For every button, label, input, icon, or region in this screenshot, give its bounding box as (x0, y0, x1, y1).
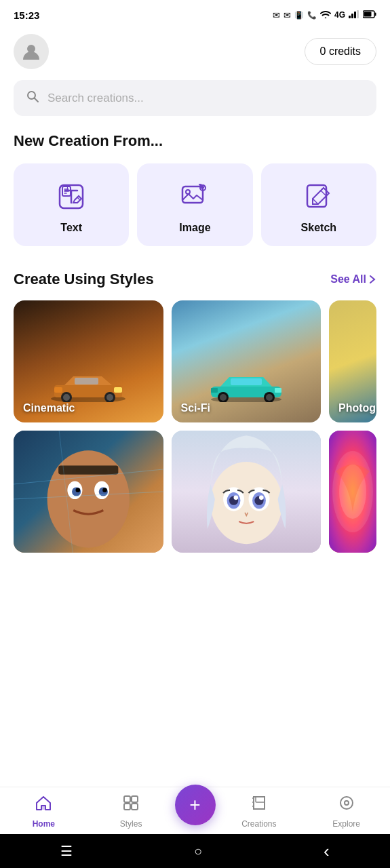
plus-icon: + (189, 795, 200, 814)
svg-point-37 (220, 394, 227, 401)
fab-create-button[interactable]: + (175, 785, 216, 825)
svg-rect-69 (124, 796, 130, 802)
explore-nav-label: Explore (332, 819, 360, 829)
svg-point-74 (340, 797, 353, 809)
creation-cards: T Text Image (0, 163, 390, 271)
style-card-cinematic[interactable]: Cinematic (14, 300, 163, 422)
styles-row-1: Cinematic Sci-Fi (14, 300, 376, 422)
cinematic-label: Cinematic (23, 402, 75, 414)
svg-rect-68 (41, 806, 45, 810)
style-card-photographic[interactable]: Photog... (329, 300, 376, 422)
see-all-button[interactable]: See All (330, 273, 376, 285)
svg-point-39 (266, 394, 273, 401)
style-card-comic[interactable] (14, 431, 163, 553)
svg-rect-3 (357, 10, 359, 18)
new-creation-section: New Creation From... T Text (0, 132, 390, 271)
svg-rect-70 (132, 796, 138, 802)
home-system-button[interactable]: ○ (194, 844, 202, 859)
styles-section-title: Create Using Styles (14, 271, 154, 288)
battery-icon (363, 10, 376, 20)
svg-line-9 (35, 98, 39, 102)
search-container: Search creations... (0, 80, 390, 132)
email-icon-2: ✉ (284, 10, 291, 20)
explore-icon (338, 794, 355, 816)
nav-styles[interactable]: Styles (87, 794, 175, 829)
email-icon-1: ✉ (273, 10, 280, 20)
home-icon (35, 794, 52, 816)
menu-button[interactable]: ☰ (60, 843, 73, 859)
svg-rect-0 (349, 16, 351, 18)
search-bar[interactable]: Search creations... (14, 80, 376, 116)
svg-rect-5 (364, 12, 372, 16)
nav-creations[interactable]: Creations (216, 794, 303, 829)
4g-label: 4G (334, 10, 345, 20)
svg-point-49 (76, 488, 81, 492)
svg-rect-41 (211, 388, 218, 393)
nav-explore[interactable]: Explore (303, 794, 390, 829)
search-placeholder: Search creations... (47, 92, 144, 105)
signal-icon (349, 10, 359, 20)
creations-icon (250, 794, 268, 816)
image-icon (179, 181, 210, 212)
text-icon: T (56, 181, 87, 212)
creation-card-image[interactable]: Image (137, 163, 252, 246)
photographic-label: Photog... (338, 402, 376, 414)
creation-card-sketch[interactable]: Sketch (261, 163, 376, 246)
status-icons: ✉ ✉ 📳 📞 4G (273, 10, 376, 20)
style-card-abstract[interactable] (329, 431, 376, 553)
styles-section: Create Using Styles See All (0, 271, 390, 553)
status-bar: 15:23 ✉ ✉ 📳 📞 4G (0, 0, 390, 27)
scifi-car (206, 368, 287, 402)
back-button[interactable]: ‹ (324, 841, 330, 862)
styles-grid: Cinematic Sci-Fi (0, 300, 390, 553)
header: 0 credits (0, 27, 390, 80)
svg-rect-73 (256, 797, 265, 802)
image-card-label: Image (179, 222, 210, 234)
abstract-art (329, 431, 376, 553)
call-icon: 📞 (307, 11, 317, 20)
comic-art (14, 431, 163, 553)
creations-nav-label: Creations (241, 819, 276, 829)
svg-rect-42 (275, 388, 281, 393)
svg-rect-2 (354, 12, 356, 18)
svg-point-44 (47, 450, 130, 547)
style-card-scifi[interactable]: Sci-Fi (172, 300, 321, 422)
svg-point-64 (258, 496, 263, 500)
svg-point-28 (63, 394, 70, 401)
chevron-right-icon (368, 275, 376, 284)
credits-button[interactable]: 0 credits (305, 38, 376, 65)
svg-point-30 (106, 394, 113, 401)
svg-rect-71 (124, 804, 130, 810)
svg-rect-72 (132, 804, 138, 810)
cinematic-car (47, 368, 129, 402)
styles-icon (122, 794, 140, 816)
home-nav-label: Home (33, 819, 55, 829)
svg-rect-40 (231, 378, 262, 385)
search-icon (26, 90, 39, 106)
status-time: 15:23 (14, 9, 39, 21)
system-bar: ☰ ○ ‹ (0, 834, 390, 868)
svg-point-20 (186, 190, 190, 194)
nav-home[interactable]: Home (0, 794, 87, 829)
person-icon (22, 42, 41, 61)
style-card-anime[interactable] (172, 431, 321, 553)
avatar-button[interactable] (14, 34, 49, 69)
svg-rect-33 (114, 387, 122, 393)
svg-line-24 (313, 199, 318, 204)
anime-art (172, 431, 321, 553)
styles-header: Create Using Styles See All (0, 271, 390, 300)
svg-point-50 (102, 488, 107, 492)
vibrate-icon: 📳 (294, 11, 304, 20)
svg-point-75 (345, 801, 349, 805)
text-card-label: Text (60, 222, 82, 234)
svg-point-63 (233, 496, 238, 500)
scifi-label: Sci-Fi (181, 402, 211, 414)
new-creation-title: New Creation From... (0, 132, 390, 163)
svg-rect-32 (54, 387, 62, 393)
svg-rect-51 (58, 465, 118, 474)
svg-rect-1 (351, 14, 353, 18)
creation-card-text[interactable]: T Text (14, 163, 129, 246)
svg-point-56 (210, 462, 282, 544)
sketch-icon (303, 181, 334, 212)
wifi-icon (320, 10, 331, 20)
